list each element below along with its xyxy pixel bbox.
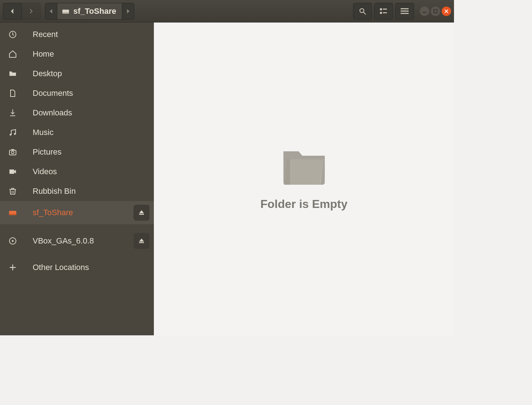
svg-line-3	[364, 12, 366, 14]
svg-rect-1	[62, 12, 69, 13]
sidebar-item-downloads[interactable]: Downloads	[0, 103, 154, 123]
music-icon	[0, 128, 25, 137]
nav-buttons	[3, 3, 41, 20]
camera-icon	[0, 148, 25, 156]
clock-icon	[0, 30, 25, 39]
search-icon	[359, 7, 367, 15]
eject-button[interactable]	[134, 205, 150, 221]
svg-rect-9	[401, 11, 409, 12]
back-button[interactable]	[3, 3, 22, 20]
sidebar-item-home[interactable]: Home	[0, 44, 154, 64]
empty-folder-icon	[281, 147, 328, 189]
sidebar-item-label: Downloads	[25, 108, 154, 118]
sidebar-item-label: Pictures	[25, 147, 154, 157]
svg-point-2	[360, 8, 364, 12]
forward-button[interactable]	[22, 3, 41, 20]
sidebar-item-other-locations[interactable]: Other Locations	[0, 258, 154, 277]
svg-rect-25	[139, 242, 144, 243]
svg-rect-4	[380, 8, 382, 10]
svg-point-17	[12, 151, 14, 154]
triangle-right-icon	[126, 9, 130, 14]
svg-rect-8	[401, 8, 409, 9]
svg-rect-5	[383, 8, 387, 9]
folder-icon	[0, 69, 25, 78]
svg-rect-11	[423, 12, 426, 13]
titlebar: sf_ToShare	[0, 0, 454, 22]
close-icon	[444, 9, 449, 14]
video-icon	[0, 167, 25, 176]
sidebar-item-label: Music	[25, 128, 154, 137]
svg-point-24	[12, 240, 14, 242]
svg-rect-10	[401, 13, 409, 14]
svg-rect-21	[9, 214, 16, 215]
search-button[interactable]	[353, 3, 372, 20]
path-bar: sf_ToShare	[45, 3, 134, 20]
svg-rect-22	[139, 214, 144, 215]
sidebar: Recent Home Desktop Documents	[0, 22, 154, 335]
sidebar-item-pictures[interactable]: Pictures	[0, 142, 154, 162]
empty-folder-text: Folder is Empty	[260, 197, 347, 211]
maximize-icon	[433, 9, 438, 14]
svg-point-15	[14, 133, 16, 135]
view-toggle-button[interactable]	[374, 3, 393, 20]
sidebar-item-desktop[interactable]: Desktop	[0, 64, 154, 83]
drive-icon	[62, 7, 70, 15]
list-view-icon	[380, 8, 388, 15]
close-button[interactable]	[442, 7, 451, 16]
window-controls	[420, 7, 451, 16]
path-segment-label: sf_ToShare	[73, 7, 116, 16]
sidebar-item-label: Other Locations	[25, 263, 154, 272]
svg-point-14	[10, 134, 12, 136]
svg-rect-18	[11, 149, 14, 150]
eject-icon	[138, 209, 145, 216]
content-pane: Folder is Empty	[154, 22, 454, 335]
sidebar-item-recent[interactable]: Recent	[0, 25, 154, 44]
sidebar-item-label: Home	[25, 49, 154, 59]
svg-rect-6	[380, 12, 382, 13]
path-next-button[interactable]	[122, 3, 134, 19]
sidebar-item-label: Rubbish Bin	[25, 187, 154, 196]
sidebar-item-label: VBox_GAs_6.0.8	[25, 236, 134, 246]
document-icon	[0, 89, 25, 98]
eject-icon	[138, 237, 145, 245]
sidebar-item-label: Desktop	[25, 69, 154, 78]
svg-rect-12	[434, 9, 437, 13]
eject-button[interactable]	[134, 233, 150, 249]
minimize-button[interactable]	[420, 7, 429, 16]
body: Recent Home Desktop Documents	[0, 22, 454, 335]
plus-icon	[0, 263, 25, 271]
sidebar-item-sf-toshare[interactable]: sf_ToShare	[0, 201, 154, 224]
sidebar-item-vbox-gas[interactable]: VBox_GAs_6.0.8	[0, 229, 154, 253]
minimize-icon	[422, 9, 427, 14]
sidebar-item-label: Documents	[25, 89, 154, 98]
sidebar-item-documents[interactable]: Documents	[0, 83, 154, 103]
sidebar-item-label: Recent	[25, 30, 154, 39]
drive-icon	[0, 208, 25, 217]
svg-rect-19	[9, 169, 14, 174]
sidebar-item-label: sf_ToShare	[25, 208, 134, 217]
sidebar-item-label: Videos	[25, 167, 154, 176]
hamburger-icon	[401, 8, 409, 15]
maximize-button[interactable]	[431, 7, 440, 16]
sidebar-item-music[interactable]: Music	[0, 123, 154, 142]
sidebar-item-trash[interactable]: Rubbish Bin	[0, 181, 154, 201]
home-icon	[0, 50, 25, 58]
path-prev-button[interactable]	[45, 3, 57, 19]
trash-icon	[0, 187, 25, 196]
sidebar-item-videos[interactable]: Videos	[0, 162, 154, 181]
svg-rect-7	[383, 12, 387, 13]
path-segment-current[interactable]: sf_ToShare	[57, 3, 122, 19]
disc-icon	[0, 237, 25, 245]
download-icon	[0, 109, 25, 117]
chevron-left-icon	[9, 8, 16, 15]
hamburger-menu-button[interactable]	[395, 3, 414, 20]
chevron-right-icon	[28, 8, 35, 15]
file-manager-window: sf_ToShare	[0, 0, 454, 335]
triangle-left-icon	[49, 9, 53, 14]
